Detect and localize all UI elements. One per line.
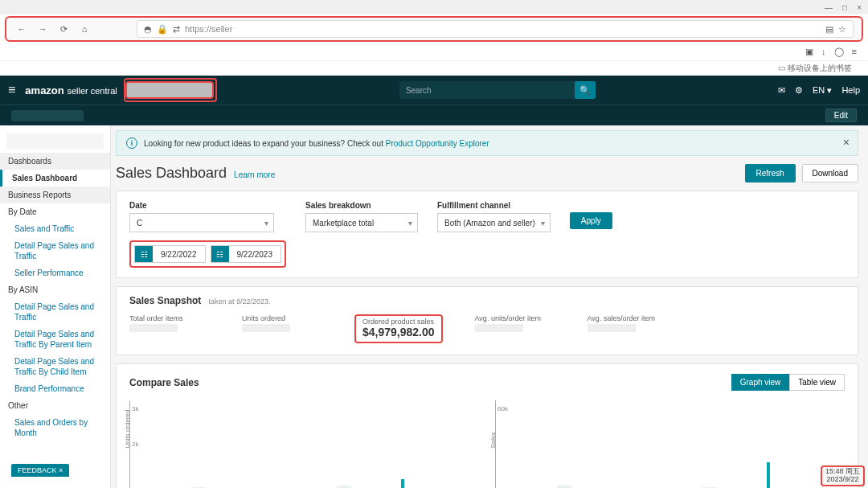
language-selector[interactable]: EN ▾ <box>813 85 832 96</box>
gear-icon[interactable]: ⚙ <box>795 85 803 96</box>
table-view-button[interactable]: Table view <box>789 374 845 391</box>
store-selector[interactable] <box>125 81 214 99</box>
snap-avg-sales: Avg. sales/order item <box>588 314 668 343</box>
home-button[interactable]: ⌂ <box>77 22 92 36</box>
mail-icon[interactable]: ✉ <box>778 85 785 96</box>
help-link[interactable]: Help <box>841 85 860 95</box>
search-button[interactable]: 🔍 <box>575 81 596 99</box>
chart2-bars <box>515 404 841 488</box>
breakdown-select[interactable]: Marketplace total <box>305 213 418 232</box>
header-search-input[interactable]: Search <box>399 81 576 99</box>
filter-channel-label: Fulfillment channel <box>437 201 551 210</box>
lock-icon: 🔒 <box>157 24 168 35</box>
sidebar-cat-other: Other <box>0 397 110 414</box>
header-right: ✉ ⚙ EN ▾ Help <box>778 85 860 96</box>
sidebar-link-asin-detail[interactable]: Detail Page Sales and Traffic <box>0 298 110 326</box>
charts-row: Units ordered 3k 2k Sales 60k <box>129 400 845 488</box>
filter-channel: Fulfillment channel Both (Amazon and sel… <box>437 201 551 232</box>
date-preset-select[interactable]: C <box>129 213 274 232</box>
learn-more-link[interactable]: Learn more <box>234 170 275 179</box>
store-selector-highlight <box>124 78 217 102</box>
content-area: i Looking for new product ideas to expan… <box>111 125 868 488</box>
minimize-button[interactable]: — <box>825 3 833 12</box>
browser-toolbar-right: ▣ ↓ ◯ ≡ <box>0 43 868 61</box>
shield-icon: ◓ <box>144 24 152 35</box>
extensions-icon[interactable]: ▣ <box>805 47 813 57</box>
snapshot-row: Total order items Units ordered Ordered … <box>129 314 845 343</box>
sidebar-link-asin-child[interactable]: Detail Page Sales and Traffic By Child I… <box>0 353 110 380</box>
menu-icon[interactable]: ≡ <box>852 47 857 57</box>
snap-total-order-items: Total order items <box>129 314 210 343</box>
sidebar-redacted-top <box>6 133 104 150</box>
graph-view-button[interactable]: Graph view <box>731 374 790 391</box>
chart1-tick-3k: 3k <box>132 405 138 412</box>
chart1-ylabel: Units ordered <box>124 409 131 448</box>
header-search-wrap: Search 🔍 <box>227 81 768 99</box>
chart2-tick-60k: 60k <box>497 405 508 412</box>
sidebar-link-sales-traffic[interactable]: Sales and Traffic <box>0 220 110 237</box>
brand-logo[interactable]: amazon seller central <box>25 84 117 96</box>
sidebar-item-sales-dashboard[interactable]: Sales Dashboard <box>0 170 110 187</box>
ordered-product-sales-value: $4,979,982.00 <box>362 326 435 338</box>
snap-avg-units: Avg. units/order item <box>475 314 555 343</box>
url-input[interactable] <box>185 24 821 34</box>
download-icon[interactable]: ↓ <box>821 47 826 57</box>
filter-date: Date C ☷ 9/22/2022 ☷ 9/22/2023 <box>129 201 286 268</box>
date-range-highlight: ☷ 9/22/2022 ☷ 9/22/2023 <box>129 240 286 268</box>
maximize-button[interactable]: □ <box>842 3 847 12</box>
calendar-icon: ☷ <box>211 246 229 262</box>
close-window-button[interactable]: × <box>857 3 862 12</box>
mobile-bookmarks-link[interactable]: ▭ 移动设备上的书签 <box>778 64 852 72</box>
banner-close-icon[interactable]: × <box>843 136 850 149</box>
sidebar-link-asin-parent[interactable]: Detail Page Sales and Traffic By Parent … <box>0 326 110 353</box>
date-to-input[interactable]: ☷ 9/22/2023 <box>211 245 282 263</box>
url-bar: ← → ⟳ ⌂ ◓ 🔒 ⇄ ▤ ☆ <box>5 16 863 42</box>
download-button[interactable]: Download <box>802 164 858 182</box>
url-field[interactable]: ◓ 🔒 ⇄ ▤ ☆ <box>137 20 854 38</box>
sidebar: Dashboards Sales Dashboard Business Repo… <box>0 125 111 488</box>
sidebar-link-seller-performance[interactable]: Seller Performance <box>0 265 110 281</box>
chart2-spike <box>767 462 770 489</box>
banner-link[interactable]: Product Opportunity Explorer <box>386 139 489 148</box>
chart1-spike <box>401 479 404 488</box>
search-icon: 🔍 <box>579 85 591 96</box>
reload-button[interactable]: ⟳ <box>56 22 71 36</box>
hamburger-menu-icon[interactable]: ≡ <box>8 83 15 97</box>
date-from-input[interactable]: ☷ 9/22/2022 <box>134 245 206 263</box>
system-clock: 15:48 周五 2023/9/22 <box>821 465 865 486</box>
info-banner: i Looking for new product ideas to expan… <box>116 130 858 156</box>
title-actions: Refresh Download <box>745 164 859 182</box>
chart-sales: Sales 60k <box>495 400 845 488</box>
filter-apply-col: Apply <box>570 201 612 229</box>
sidebar-link-detail-sales-traffic[interactable]: Detail Page Sales and Traffic <box>0 237 110 265</box>
sidebar-link-brand-performance[interactable]: Brand Performance <box>0 380 110 397</box>
sidebar-section-dashboards[interactable]: Dashboards <box>0 153 110 170</box>
sidebar-cat-by-asin: By ASIN <box>0 281 110 298</box>
filter-card: Date C ☷ 9/22/2022 ☷ 9/22/2023 Sales bre… <box>116 191 858 278</box>
feedback-tab[interactable]: FEEDBACK × <box>11 464 69 477</box>
apply-button[interactable]: Apply <box>570 212 612 229</box>
bookmark-bar: ▭ 移动设备上的书签 <box>0 61 868 76</box>
snap-ordered-product-sales: Ordered product sales $4,979,982.00 <box>354 314 443 343</box>
page-title-row: Sales Dashboard Learn more Refresh Downl… <box>116 164 858 182</box>
sidebar-section-business-reports[interactable]: Business Reports <box>0 187 110 203</box>
chart1-bars <box>149 404 476 488</box>
clock-date: 2023/9/22 <box>825 476 860 484</box>
back-button[interactable]: ← <box>14 22 29 36</box>
view-toggle: Graph view Table view <box>731 374 845 391</box>
sales-snapshot-card: Sales Snapshot taken at 9/22/2023. Total… <box>116 286 858 355</box>
edit-button[interactable]: Edit <box>825 109 857 122</box>
page-title: Sales Dashboard Learn more <box>116 165 275 182</box>
account-icon[interactable]: ◯ <box>834 47 844 57</box>
sidebar-cat-by-date: By Date <box>0 203 110 220</box>
sidebar-link-sales-orders-month[interactable]: Sales and Orders by Month <box>0 414 110 441</box>
compare-title: Compare Sales <box>129 377 199 388</box>
bookmark-star-icon[interactable]: ☆ <box>838 24 846 35</box>
filter-date-label: Date <box>129 201 286 210</box>
channel-select[interactable]: Both (Amazon and seller) <box>437 213 551 232</box>
refresh-button[interactable]: Refresh <box>745 164 796 182</box>
reader-icon[interactable]: ▤ <box>825 24 833 35</box>
snapshot-title: Sales Snapshot <box>129 295 201 306</box>
main-layout: Dashboards Sales Dashboard Business Repo… <box>0 125 868 488</box>
forward-button[interactable]: → <box>35 22 50 36</box>
